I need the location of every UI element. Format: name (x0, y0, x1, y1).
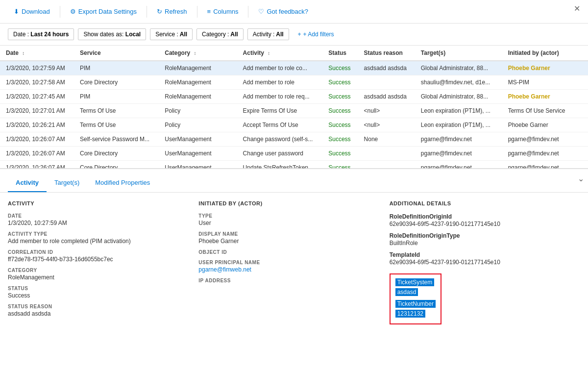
feedback-label: Got feedback? (267, 8, 308, 15)
tab-activity[interactable]: Activity (8, 174, 47, 192)
col-initiated[interactable]: Initiated by (actor) (502, 46, 588, 61)
col-service[interactable]: Service (74, 46, 159, 61)
detail-ip: IP ADDRESS (198, 278, 377, 283)
col-status-reason[interactable]: Status reason (358, 46, 415, 61)
cell-service: Core Directory (74, 161, 159, 169)
col-targets[interactable]: Target(s) (415, 46, 502, 61)
export-icon: ⚙ (70, 8, 76, 15)
table-row[interactable]: 1/3/2020, 10:26:07 AMCore DirectoryUserM… (0, 161, 588, 169)
detail-activity-type: ACTIVITY TYPE Add member to role complet… (8, 231, 187, 245)
date-filter-label: Date : (13, 31, 29, 38)
detail-status: STATUS Success (8, 286, 187, 299)
columns-button[interactable]: ≡ Columns (201, 5, 245, 18)
cell-initiated: pgarne@fimdev.net (502, 147, 588, 161)
cell-category: RoleManagement (159, 90, 237, 104)
role-origin-type-val: BuiltInRole (390, 240, 568, 247)
col-category[interactable]: Category ↕ (159, 46, 237, 61)
cell-status: Success (322, 75, 358, 90)
detail-category-val: RoleManagement (8, 274, 187, 281)
col-status[interactable]: Status (322, 46, 358, 61)
cell-initiated-highlighted[interactable]: Phoebe Garner (508, 93, 550, 100)
cell-category: Policy (159, 118, 237, 132)
cell-service: Terms Of Use (74, 118, 159, 132)
cell-service: PIM (74, 90, 159, 104)
detail-date-val: 1/3/2020, 10:27:59 AM (8, 220, 187, 226)
ticket-highlight-box: TicketSystem asdasd TicketNumber 1231213… (390, 273, 441, 324)
ticket-number-row: TicketNumber 12312132 (394, 299, 437, 319)
cell-status: Success (322, 61, 358, 75)
cell-status: Success (322, 104, 358, 118)
cell-initiated-highlighted[interactable]: Phoebe Garner (508, 65, 550, 72)
detail-type: TYPE User (198, 213, 377, 226)
activity-value: All (276, 31, 283, 38)
cell-targets: Global Administrator, 88... (415, 90, 502, 104)
cell-initiated: Phoebe Garner (502, 61, 588, 75)
detail-display-name-key: DISPLAY NAME (198, 231, 377, 237)
refresh-icon: ↻ (157, 8, 162, 15)
feedback-icon: ♡ (258, 8, 264, 15)
cell-category: Policy (159, 104, 237, 118)
export-button[interactable]: ⚙ Export Data Settings (64, 5, 143, 18)
ticket-system-value[interactable]: asdasd (395, 288, 418, 296)
cell-status: Success (322, 147, 358, 161)
table-row[interactable]: 1/3/2020, 10:27:01 AMTerms Of UsePolicyE… (0, 104, 588, 118)
cell-date: 1/3/2020, 10:27:58 AM (0, 75, 74, 90)
add-filter-icon: + (298, 31, 301, 38)
cell-initiated: Terms Of Use Service (502, 104, 588, 118)
collapse-details-button[interactable]: ⌄ (574, 174, 588, 183)
date-filter-value: Last 24 hours (30, 31, 69, 38)
detail-status-reason-key: STATUS REASON (8, 304, 187, 309)
table-row[interactable]: 1/3/2020, 10:26:07 AMCore DirectoryUserM… (0, 147, 588, 161)
cell-date: 1/3/2020, 10:26:07 AM (0, 132, 74, 147)
col-date[interactable]: Date ↕ (0, 46, 74, 61)
detail-type-val: User (198, 220, 377, 226)
table-row[interactable]: 1/3/2020, 10:26:21 AMTerms Of UsePolicyA… (0, 118, 588, 132)
table-row[interactable]: 1/3/2020, 10:26:07 AMSelf-service Passwo… (0, 132, 588, 147)
audit-log-table: Date ↕ Service Category ↕ Activity ↕ Sta… (0, 46, 588, 168)
service-filter[interactable]: Service : All (150, 28, 193, 40)
toolbar: ⬇ Download ⚙ Export Data Settings ↻ Refr… (0, 0, 588, 24)
col-activity[interactable]: Activity ↕ (237, 46, 323, 61)
close-button[interactable]: ✕ (574, 4, 580, 13)
activity-col-title: ACTIVITY (8, 200, 187, 206)
additional-col-title: ADDITIONAL DETAILS (390, 200, 568, 206)
detail-category: CATEGORY RoleManagement (8, 268, 187, 281)
refresh-button[interactable]: ↻ Refresh (151, 5, 193, 18)
activity-details-col: ACTIVITY DATE 1/3/2020, 10:27:59 AM ACTI… (8, 200, 198, 346)
detail-display-name-val: Phoebe Garner (198, 238, 377, 245)
cell-date: 1/3/2020, 10:26:07 AM (0, 161, 74, 169)
cell-status: Success (322, 161, 358, 169)
detail-type-key: TYPE (198, 213, 377, 219)
cell-activity: Add member to role (237, 75, 323, 90)
detail-date-key: DATE (8, 213, 187, 219)
audit-log-table-container: Date ↕ Service Category ↕ Activity ↕ Sta… (0, 46, 588, 168)
cell-initiated: pgarne@fimdev.net (502, 161, 588, 169)
tab-modified-properties[interactable]: Modified Properties (87, 174, 158, 192)
feedback-button[interactable]: ♡ Got feedback? (252, 5, 314, 18)
cell-status-reason (358, 147, 415, 161)
detail-correlation-id-key: CORRELATION ID (8, 249, 187, 255)
cell-service: Terms Of Use (74, 104, 159, 118)
ticket-system-label[interactable]: TicketSystem (395, 278, 435, 286)
cell-status: Success (322, 132, 358, 147)
date-filter[interactable]: Date : Last 24 hours (8, 28, 74, 40)
table-row[interactable]: 1/3/2020, 10:27:45 AMPIMRoleManagementAd… (0, 90, 588, 104)
add-filters-label: + Add filters (303, 31, 334, 38)
cell-activity: Change user password (237, 147, 323, 161)
show-dates-filter[interactable]: Show dates as: Local (78, 28, 146, 40)
role-origin-id-val: 62e90394-69f5-4237-9190-012177145e10 (390, 221, 568, 227)
detail-status-reason: STATUS REASON asdsadd asdsda (8, 304, 187, 317)
detail-status-val: Success (8, 292, 187, 299)
category-filter[interactable]: Category : All (196, 28, 244, 40)
cell-date: 1/3/2020, 10:27:59 AM (0, 61, 74, 75)
ticket-number-label[interactable]: TicketNumber (395, 300, 436, 308)
ticket-number-value[interactable]: 12312132 (395, 310, 425, 318)
table-row[interactable]: 1/3/2020, 10:27:59 AMPIMRoleManagementAd… (0, 61, 588, 75)
cell-status-reason: asdsadd asdsda (358, 90, 415, 104)
tab-targets[interactable]: Target(s) (47, 174, 87, 192)
activity-filter[interactable]: Activity : All (247, 28, 289, 40)
table-row[interactable]: 1/3/2020, 10:27:58 AMCore DirectoryRoleM… (0, 75, 588, 90)
download-button[interactable]: ⬇ Download (8, 5, 56, 18)
add-filters-button[interactable]: + + Add filters (293, 29, 339, 40)
detail-upn-val[interactable]: pgarne@fimweb.net (198, 266, 377, 273)
